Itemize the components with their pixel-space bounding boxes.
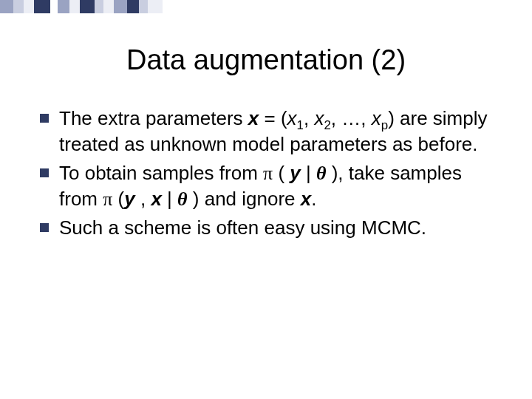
- subscript: p: [381, 118, 388, 132]
- text-run: (: [273, 162, 290, 184]
- deco-segment: [114, 0, 127, 13]
- deco-segment: [13, 0, 24, 13]
- deco-segment: [24, 0, 34, 13]
- var-y-bold: y: [290, 162, 300, 184]
- deco-segment: [139, 0, 148, 13]
- text-run: .: [311, 188, 316, 210]
- text-run: |: [162, 188, 177, 210]
- text-run: ,: [304, 107, 314, 129]
- pi-symbol: π: [103, 188, 112, 210]
- square-bullet-icon: [40, 223, 49, 232]
- deco-segment: [58, 0, 69, 13]
- square-bullet-icon: [40, 114, 49, 123]
- text-run: (: [112, 188, 124, 210]
- text-run: ,: [135, 188, 151, 210]
- bullet-list: The extra parameters x = (x1, x2, …, xp)…: [35, 106, 497, 241]
- theta-symbol: θ: [316, 163, 327, 184]
- deco-segment: [0, 0, 13, 13]
- var-x-bold: x: [248, 107, 259, 129]
- square-bullet-icon: [40, 168, 49, 177]
- text-run: = (: [259, 107, 287, 129]
- text-run: ) and ignore: [188, 188, 301, 210]
- bullet-text: Such a scheme is often easy using MCMC.: [59, 216, 426, 239]
- deco-segment: [34, 0, 50, 13]
- var-x: x: [314, 107, 324, 129]
- var-x: x: [287, 107, 297, 129]
- bullet-item: The extra parameters x = (x1, x2, …, xp)…: [40, 106, 497, 157]
- var-x: x: [372, 107, 381, 129]
- deco-segment: [148, 0, 163, 13]
- corner-decoration: [0, 0, 163, 13]
- var-x-bold: x: [301, 188, 311, 210]
- slide-title: Data augmentation (2): [35, 44, 497, 76]
- pi-symbol: π: [263, 163, 273, 184]
- text-run: The extra parameters: [59, 107, 248, 129]
- text-run: To obtain samples from: [59, 162, 263, 184]
- deco-segment: [80, 0, 95, 13]
- subscript: 1: [297, 118, 304, 132]
- deco-segment: [95, 0, 103, 13]
- text-run: |: [301, 162, 316, 184]
- deco-segment: [50, 0, 58, 13]
- var-x-bold: x: [151, 188, 161, 210]
- bullet-item: To obtain samples from π ( y | θ ), take…: [40, 160, 497, 212]
- slide-body: Data augmentation (2) The extra paramete…: [0, 0, 532, 273]
- var-y-bold: y: [124, 188, 134, 210]
- deco-segment: [69, 0, 80, 13]
- subscript: 2: [324, 118, 330, 132]
- bullet-text: The extra parameters x = (x1, x2, …, xp)…: [59, 107, 487, 155]
- deco-segment: [103, 0, 114, 13]
- deco-segment: [127, 0, 139, 13]
- text-run: , …,: [331, 107, 372, 129]
- bullet-item: Such a scheme is often easy using MCMC.: [40, 215, 497, 241]
- bullet-text: To obtain samples from π ( y | θ ), take…: [59, 162, 462, 210]
- theta-symbol: θ: [177, 188, 188, 210]
